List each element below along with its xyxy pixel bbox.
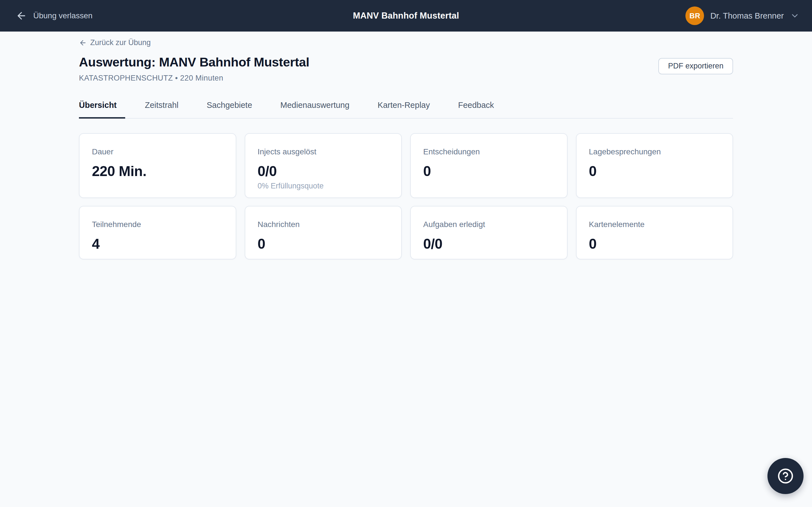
stat-label: Entscheidungen [423,147,555,157]
stat-card-nachrichten: Nachrichten 0 [245,206,402,260]
stat-value: 0/0 [423,236,555,252]
tab-medienauswertung[interactable]: Medienauswertung [272,101,358,119]
pdf-export-button[interactable]: PDF exportieren [658,58,733,74]
main-content: Zurück zur Übung Auswertung: MANV Bahnho… [79,32,733,260]
back-to-exercise-link[interactable]: Zurück zur Übung [79,38,151,47]
help-button[interactable] [767,458,804,494]
arrow-left-icon [79,39,87,47]
page-subtitle: KATASTROPHENSCHUTZ • 220 Minuten [79,74,309,82]
help-circle-icon [777,468,794,484]
stat-label: Aufgaben erledigt [423,219,555,230]
stat-card-entscheidungen: Entscheidungen 0 [410,133,567,198]
stat-subtext: 0% Erfüllungsquote [258,181,389,191]
stat-label: Dauer [92,147,223,157]
stat-card-kartenelemente: Kartenelemente 0 [576,206,733,260]
stat-card-aufgaben: Aufgaben erledigt 0/0 [410,206,567,260]
back-link-label: Zurück zur Übung [90,38,151,47]
stat-label: Injects ausgelöst [258,147,389,157]
exercise-title: MANV Bahnhof Mustertal [353,11,459,21]
tab-bar: Übersicht Zeitstrahl Sachgebiete Mediena… [79,101,733,119]
stat-value: 0/0 [258,163,389,179]
stat-value: 0 [589,163,720,179]
leave-exercise-label: Übung verlassen [33,11,93,20]
stat-label: Kartenelemente [589,219,720,230]
stat-card-dauer: Dauer 220 Min. [79,133,236,198]
tab-feedback[interactable]: Feedback [450,101,502,119]
stat-label: Lagebesprechungen [589,147,720,157]
stat-value: 4 [92,236,223,252]
tab-karten-replay[interactable]: Karten-Replay [369,101,438,119]
stat-card-lagebesprechungen: Lagebesprechungen 0 [576,133,733,198]
stat-label: Teilnehmende [92,219,223,230]
stats-grid: Dauer 220 Min. Injects ausgelöst 0/0 0% … [79,133,733,260]
stat-label: Nachrichten [258,219,389,230]
stat-value: 0 [258,236,389,252]
tab-uebersicht[interactable]: Übersicht [79,101,125,119]
user-name: Dr. Thomas Brenner [710,11,784,20]
stat-card-injects: Injects ausgelöst 0/0 0% Erfüllungsquote [245,133,402,198]
tab-zeitstrahl[interactable]: Zeitstrahl [137,101,187,119]
page-title: Auswertung: MANV Bahnhof Mustertal [79,55,309,70]
top-navbar: Übung verlassen MANV Bahnhof Mustertal B… [0,0,812,32]
stat-card-teilnehmende: Teilnehmende 4 [79,206,236,260]
chevron-down-icon [790,11,800,20]
leave-exercise-button[interactable]: Übung verlassen [16,10,93,21]
avatar: BR [686,6,704,25]
stat-value: 0 [589,236,720,252]
tab-sachgebiete[interactable]: Sachgebiete [198,101,260,119]
user-menu[interactable]: BR Dr. Thomas Brenner [686,6,800,25]
page-header: Auswertung: MANV Bahnhof Mustertal KATAS… [79,55,733,82]
stat-value: 0 [423,163,555,179]
arrow-left-icon [16,10,27,21]
stat-value: 220 Min. [92,163,223,179]
